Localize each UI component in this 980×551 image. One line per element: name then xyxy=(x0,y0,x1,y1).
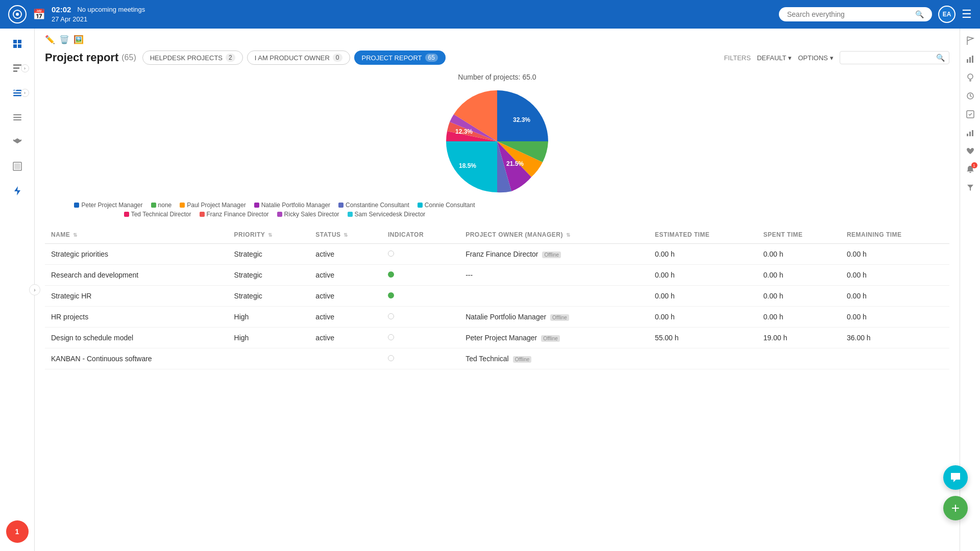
main-content: ✏️ 🗑️ 🖼️ Project report (65) HELPDESK PR… xyxy=(35,29,960,551)
image-icon[interactable]: 🖼️ xyxy=(74,35,84,44)
legend-label-ted: Ted Technical Director xyxy=(131,211,191,218)
col-name[interactable]: NAME ⇅ xyxy=(45,226,228,244)
row-remaining: 0.00 h xyxy=(841,307,949,328)
svg-rect-25 xyxy=(967,59,968,63)
row-name: Strategic HR xyxy=(45,286,228,307)
tab-owner[interactable]: I AM PRODUCT OWNER 0 xyxy=(247,51,350,65)
table-row[interactable]: Design to schedule model High active Pet… xyxy=(45,328,949,348)
row-status: active xyxy=(309,328,382,348)
panel-tasks[interactable] xyxy=(962,106,978,122)
edit-icon[interactable]: ✏️ xyxy=(45,35,55,44)
info-badge[interactable]: 1 xyxy=(6,520,29,543)
col-priority[interactable]: PRIORITY ⇅ xyxy=(228,226,310,244)
col-estimated: ESTIMATED TIME xyxy=(649,226,757,244)
owner-status-badge: Offline xyxy=(541,335,560,342)
row-name: HR projects xyxy=(45,307,228,328)
panel-notification[interactable]: 1 xyxy=(962,161,978,178)
svg-rect-27 xyxy=(972,56,973,63)
legend-color-ted xyxy=(124,212,129,217)
svg-rect-2 xyxy=(13,40,17,43)
notification-badge: 1 xyxy=(971,162,977,168)
sidebar-item-grid[interactable] xyxy=(6,33,29,55)
sidebar-item-tasks[interactable]: › xyxy=(6,82,29,104)
legend-color-ricky xyxy=(277,212,282,217)
content-toolbar: ✏️ 🗑️ 🖼️ xyxy=(45,35,949,44)
svg-marker-34 xyxy=(967,185,973,191)
svg-rect-6 xyxy=(13,64,21,66)
chat-fab-button[interactable] xyxy=(943,465,968,490)
projects-table-container: NAME ⇅ PRIORITY ⇅ STATUS ⇅ INDICATOR PRO… xyxy=(45,226,949,369)
svg-marker-20 xyxy=(14,186,20,195)
tab-helpdesk-projects[interactable]: HELPDESK PROJECTS 2 xyxy=(142,51,243,65)
svg-rect-14 xyxy=(13,119,21,120)
row-owner: Ted Technical Offline xyxy=(459,348,649,369)
svg-point-28 xyxy=(968,74,973,79)
default-filter-btn[interactable]: DEFAULT ▾ xyxy=(757,54,792,62)
delete-icon[interactable]: 🗑️ xyxy=(59,35,69,44)
search-input[interactable] xyxy=(787,10,911,18)
legend-label-natalie: Natalie Portfolio Manager xyxy=(261,202,330,209)
panel-bulb[interactable] xyxy=(962,69,978,86)
row-name: Research and development xyxy=(45,265,228,286)
sidebar-item-list[interactable] xyxy=(6,106,29,129)
svg-rect-3 xyxy=(18,40,21,43)
legend-item-paul: Paul Project Manager xyxy=(180,202,246,209)
search-bar[interactable]: 🔍 xyxy=(779,7,932,21)
panel-heart[interactable] xyxy=(962,143,978,159)
row-spent: 0.00 h xyxy=(757,307,841,328)
row-indicator xyxy=(382,307,459,328)
panel-analytics[interactable] xyxy=(962,124,978,141)
row-priority: Strategic xyxy=(228,265,310,286)
table-row[interactable]: KANBAN - Continuous software Ted Technic… xyxy=(45,348,949,369)
pie-chart-container: 32.3% 21.5% 18.5% 12.3% xyxy=(436,85,558,197)
row-estimated: 0.00 h xyxy=(649,307,757,328)
row-owner: --- xyxy=(459,265,649,286)
svg-rect-4 xyxy=(13,44,17,48)
datetime-display: 02:02 No upcoming meetings 27 Apr 2021 xyxy=(52,4,145,24)
tab-report-label: PROJECT REPORT xyxy=(362,54,422,62)
col-owner[interactable]: PROJECT OWNER (MANAGER) ⇅ xyxy=(459,226,649,244)
row-priority xyxy=(228,348,310,369)
legend-color-paul xyxy=(180,203,185,208)
tab-project-report[interactable]: PROJECT REPORT 65 xyxy=(354,51,446,65)
row-spent: 19.00 h xyxy=(757,328,841,348)
sidebar-item-dropbox[interactable] xyxy=(6,131,29,153)
tab-helpdesk-label: HELPDESK PROJECTS xyxy=(150,54,223,62)
hamburger-menu[interactable]: ☰ xyxy=(962,8,972,21)
table-row[interactable]: Strategic HR Strategic active 0.00 h 0.0… xyxy=(45,286,949,307)
search-filter[interactable]: 🔍 xyxy=(840,51,949,64)
svg-rect-32 xyxy=(969,132,971,136)
legend-color-constantine xyxy=(338,203,344,208)
panel-filter[interactable] xyxy=(962,180,978,196)
indicator-dot xyxy=(388,334,394,340)
legend-color-none xyxy=(151,203,156,208)
tab-owner-count: 0 xyxy=(333,54,342,62)
tab-helpdesk-count: 2 xyxy=(226,54,235,62)
tab-report-count: 65 xyxy=(425,54,438,62)
user-avatar[interactable]: EA xyxy=(938,6,955,23)
sidebar-item-tree[interactable]: › xyxy=(6,57,29,80)
row-owner: Peter Project Manager Offline xyxy=(459,328,649,348)
calendar-icon[interactable]: 📅 xyxy=(33,8,45,20)
options-filter-btn[interactable]: OPTIONS ▾ xyxy=(798,54,834,62)
panel-bar-chart[interactable] xyxy=(962,51,978,67)
filter-search-input[interactable] xyxy=(844,54,936,62)
app-logo[interactable] xyxy=(8,5,27,23)
row-status: active xyxy=(309,286,382,307)
sidebar-item-frame[interactable] xyxy=(6,155,29,178)
svg-rect-8 xyxy=(13,70,17,72)
sidebar-collapse-toggle[interactable]: › xyxy=(29,284,40,295)
add-fab-button[interactable]: + xyxy=(943,496,968,520)
legend-label-paul: Paul Project Manager xyxy=(187,202,246,209)
sidebar-item-bolt[interactable] xyxy=(6,180,29,202)
table-row[interactable]: HR projects High active Natalie Portfoli… xyxy=(45,307,949,328)
sort-icon-priority: ⇅ xyxy=(268,232,273,238)
svg-rect-31 xyxy=(967,134,968,136)
panel-flag[interactable] xyxy=(962,33,978,49)
table-row[interactable]: Research and development Strategic activ… xyxy=(45,265,949,286)
chevron-down-icon: ▾ xyxy=(788,54,792,62)
col-status[interactable]: STATUS ⇅ xyxy=(309,226,382,244)
table-row[interactable]: Strategic priorities Strategic active Fr… xyxy=(45,244,949,265)
legend-item-natalie: Natalie Portfolio Manager xyxy=(254,202,330,209)
panel-clock[interactable] xyxy=(962,88,978,104)
